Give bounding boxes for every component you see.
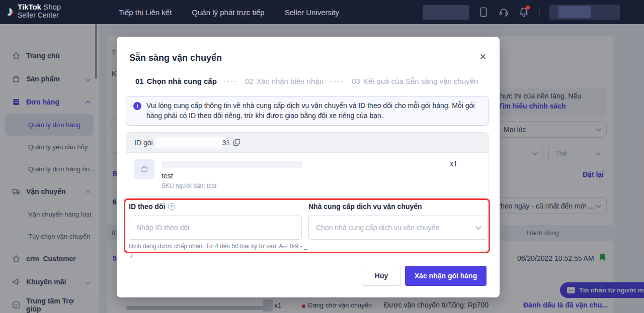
nav-affiliate-marketing[interactable]: Tiếp thị Liên kết — [119, 8, 172, 17]
info-icon: i — [133, 102, 141, 110]
step-1: 01 Chọn nhà cung cấp — [135, 77, 217, 85]
step-number: 01 — [135, 77, 144, 85]
product-quantity: x1 — [450, 160, 457, 168]
brand-logo[interactable]: ♪ TikTok Shop Seller Center — [7, 3, 61, 19]
tiktok-logo-icon: ♪ — [7, 5, 14, 18]
header-right-cluster: | — [423, 0, 620, 24]
question-tooltip-icon[interactable]: ? — [168, 203, 175, 210]
nav-seller-university[interactable]: Seller University — [285, 8, 339, 17]
shipping-provider-field-group: Nhà cung cấp dịch vụ vận chuyển Chọn nhà… — [308, 202, 488, 240]
ready-to-ship-modal: Sẵn sàng vận chuyển ✕ 01 Chọn nhà cung c… — [117, 37, 500, 297]
package-id-label: ID gói — [134, 139, 153, 147]
brand-tiktok: TikTok — [18, 3, 41, 11]
step-label: Chọn nhà cung cấp — [147, 77, 217, 85]
tracking-id-label: ID theo dõi — [129, 202, 165, 211]
modal-title: Sẵn sàng vận chuyển — [129, 53, 222, 63]
package-id-suffix: 31 — [222, 139, 230, 147]
shipping-provider-select[interactable]: Chọn nhà cung cấp dịch vụ vận chuyển — [308, 216, 488, 240]
product-thumbnail — [134, 159, 154, 179]
step-indicator: 01 Chọn nhà cung cấp ···· 02 Xác nhận bi… — [135, 77, 478, 85]
tracking-format-helper-line2: ./ — [129, 252, 133, 259]
shipping-provider-label: Nhà cung cấp dịch vụ vận chuyển — [308, 202, 422, 211]
top-header: ♪ TikTok Shop Seller Center Tiếp thị Liê… — [0, 0, 644, 24]
nav-live-management[interactable]: Quản lý phát trực tiếp — [192, 8, 264, 17]
step-2: 02 Xác nhận biên nhận — [245, 77, 324, 85]
step-separator: ···· — [224, 77, 238, 85]
tracking-id-input[interactable] — [129, 216, 302, 240]
product-variant: test — [162, 172, 302, 180]
cancel-button[interactable]: Hủy — [362, 266, 401, 286]
redacted-product-name — [162, 161, 302, 168]
redacted-package-id — [157, 138, 222, 147]
product-sku: SKU người bán: test — [162, 182, 302, 189]
step-label: Kết quả của Sẵn sàng vận chuyển — [363, 77, 478, 85]
top-nav: Tiếp thị Liên kết Quản lý phát trực tiếp… — [119, 0, 339, 24]
tracking-format-helper: Định dạng được chấp nhận: Từ 4 đến 50 lo… — [129, 243, 302, 250]
notification-badge — [526, 6, 530, 10]
step-number: 03 — [352, 77, 360, 85]
step-3: 03 Kết quả của Sẵn sàng vận chuyển — [352, 77, 478, 85]
confirm-package-button[interactable]: Xác nhận gói hàng — [405, 266, 487, 286]
account-menu[interactable] — [549, 5, 620, 20]
shipping-provider-placeholder: Chọn nhà cung cấp dịch vụ vận chuyển — [316, 224, 439, 232]
info-callout: i Vui lòng cung cấp thông tin về nhà cun… — [126, 96, 489, 126]
close-icon[interactable]: ✕ — [479, 53, 487, 61]
tracking-id-field-group: ID theo dõi ? Định dạng được chấp nhận: … — [129, 202, 302, 250]
support-headset-icon[interactable] — [498, 7, 509, 18]
mobile-app-icon[interactable] — [478, 7, 489, 18]
notification-bell-icon[interactable] — [518, 7, 529, 18]
brand-shop: Shop — [41, 3, 61, 11]
package-line-item: test SKU người bán: test x1 — [126, 153, 489, 196]
seller-center-page: ♪ TikTok Shop Seller Center Tiếp thị Liê… — [0, 0, 644, 313]
info-text: Vui lòng cung cấp thông tin về nhà cung … — [146, 100, 481, 121]
step-separator: ···· — [331, 77, 345, 85]
header-divider: | — [538, 8, 540, 17]
package-header: ID gói 31 — [126, 133, 489, 153]
chevron-down-icon — [475, 224, 481, 229]
brand-seller-center: Seller Center — [18, 12, 61, 19]
package-card: ID gói 31 test SKU người bán: test x1 — [126, 132, 489, 196]
redacted-block — [423, 5, 469, 20]
copy-icon[interactable] — [233, 139, 240, 146]
step-label: Xác nhận biên nhận — [257, 77, 324, 85]
redacted-account-name — [558, 6, 591, 18]
step-number: 02 — [245, 77, 254, 85]
